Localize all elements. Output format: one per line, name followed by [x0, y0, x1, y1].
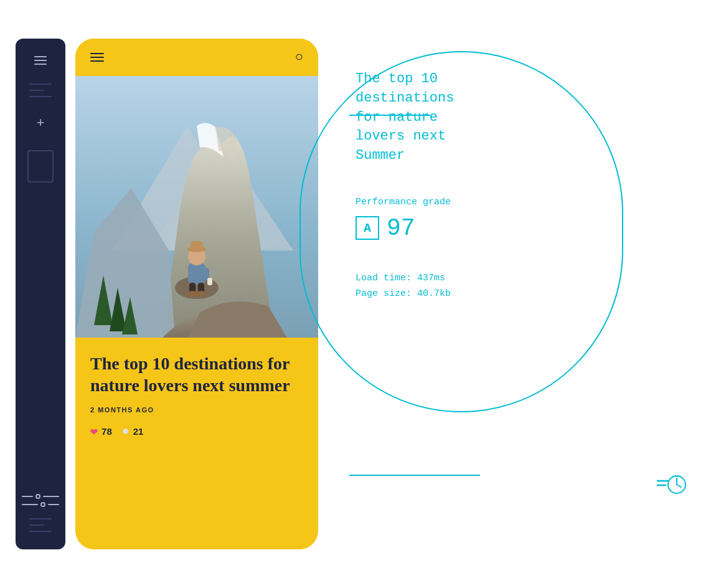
- grade-box: A: [356, 216, 379, 240]
- article-date: 2 MONTHS AGO: [90, 406, 303, 414]
- phone-hero-image: [75, 76, 318, 338]
- stats-section: Load time: 437ms Page size: 40.7kb: [356, 273, 663, 299]
- likes-count: 78: [101, 426, 112, 437]
- sidebar: +: [16, 39, 65, 549]
- heart-icon: ❤: [90, 424, 98, 439]
- info-headline: The top 10 destinations for nature lover…: [356, 70, 663, 166]
- sidebar-rect-icon[interactable]: [27, 150, 54, 183]
- svg-rect-4: [188, 263, 205, 285]
- slider-line: [22, 496, 33, 497]
- sidebar-nav-items: [29, 83, 52, 97]
- phone-content-area: The top 10 destinations for nature lover…: [75, 338, 318, 449]
- sidebar-add-icon[interactable]: +: [36, 116, 44, 131]
- speed-icon: [657, 468, 688, 500]
- scene: +: [16, 14, 700, 574]
- comments-item[interactable]: ● 21: [122, 424, 144, 439]
- performance-grade-label: Performance grade: [356, 197, 663, 207]
- comment-icon: ●: [122, 424, 130, 439]
- slider-tick-2: [40, 502, 45, 507]
- phone-header: ○: [75, 39, 318, 76]
- phone-hamburger-icon[interactable]: [90, 53, 104, 62]
- sidebar-bottom-div-1: [29, 518, 52, 519]
- sidebar-bottom-dividers: [29, 518, 52, 532]
- grade-score: 97: [387, 215, 415, 242]
- slider-line-long: [43, 496, 59, 497]
- article-title: The top 10 destinations for nature lover…: [90, 353, 303, 396]
- grade-row: A 97: [356, 215, 663, 242]
- grade-letter: A: [364, 221, 371, 235]
- svg-point-10: [187, 291, 197, 297]
- connector-line-top: [349, 115, 430, 116]
- slider-row-1: [22, 494, 59, 499]
- sidebar-divider-1: [29, 83, 52, 85]
- svg-rect-13: [207, 278, 212, 285]
- sidebar-hamburger-icon[interactable]: [34, 56, 47, 65]
- slider-tick: [35, 494, 40, 499]
- svg-rect-7: [191, 241, 203, 251]
- sidebar-bottom-div-2: [29, 524, 44, 526]
- load-time-stat: Load time: 437ms: [356, 273, 663, 283]
- slider-row-2: [22, 502, 59, 507]
- comments-count: 21: [133, 426, 144, 437]
- article-actions: ❤ 78 ● 21: [90, 424, 303, 439]
- sidebar-bottom-section: [22, 494, 59, 532]
- connector-line-bottom: [349, 475, 480, 476]
- sidebar-divider-2: [29, 90, 44, 91]
- slider-line-2: [22, 504, 38, 505]
- phone-mockup: ○: [75, 39, 318, 549]
- sidebar-divider-3: [29, 96, 52, 97]
- slider-line-short-2: [48, 504, 59, 505]
- page-size-stat: Page size: 40.7kb: [356, 288, 663, 299]
- sidebar-sliders-icon[interactable]: [22, 494, 59, 507]
- phone-search-icon[interactable]: ○: [295, 50, 303, 65]
- likes-item[interactable]: ❤ 78: [90, 424, 112, 439]
- svg-line-18: [677, 485, 681, 487]
- sidebar-bottom-div-3: [29, 531, 52, 532]
- svg-point-11: [196, 291, 206, 297]
